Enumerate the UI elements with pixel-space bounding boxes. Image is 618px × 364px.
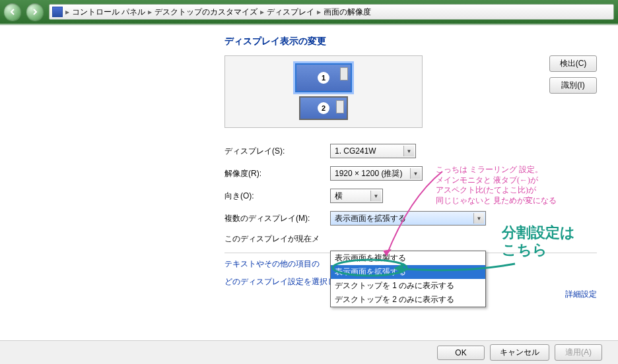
chevron-down-icon: ▼ xyxy=(403,146,414,156)
breadcrumb-sep-icon: ▸ xyxy=(65,7,69,16)
chevron-down-icon: ▼ xyxy=(473,213,484,224)
nav-back-button[interactable] xyxy=(4,3,21,20)
breadcrumb-sep-icon: ▸ xyxy=(317,7,321,16)
display-row: ディスプレイ(S): 1. CG241W ▼ xyxy=(224,144,597,158)
multi-display-row: 複数のディスプレイ(M): 表示画面を拡張する ▼ xyxy=(224,211,597,226)
preview-row: 1 2 検出(C) 識別(I) xyxy=(224,55,597,128)
resolution-row: 解像度(R): 1920 × 1200 (推奨) ▼ xyxy=(224,166,597,181)
resolution-select[interactable]: 1920 × 1200 (推奨) ▼ xyxy=(330,166,423,181)
monitor-2[interactable]: 2 xyxy=(299,96,348,120)
content-area: ディスプレイ表示の変更 1 2 検出(C) 識別(I) ディスプレイ(S): 1… xyxy=(0,25,618,340)
display-value: 1. CG241W xyxy=(335,146,376,156)
cancel-button[interactable]: キャンセル xyxy=(490,344,549,361)
current-display-row: このディスプレイが現在メ xyxy=(224,233,597,245)
multi-display-value: 表示画面を拡張する xyxy=(335,213,406,224)
ok-button[interactable]: OK xyxy=(437,346,485,360)
monitor-number: 2 xyxy=(318,102,329,114)
current-display-text: このディスプレイが現在メ xyxy=(224,233,320,245)
breadcrumb-item[interactable]: デスクトップのカスタマイズ xyxy=(154,7,258,18)
chevron-down-icon: ▼ xyxy=(410,168,421,179)
bottom-bar: OK キャンセル 適用(A) xyxy=(0,340,618,364)
orientation-row: 向き(O): 横 ▼ xyxy=(224,189,597,203)
apply-button[interactable]: 適用(A) xyxy=(555,344,602,361)
control-panel-icon xyxy=(52,7,63,17)
advanced-settings-link[interactable]: 詳細設定 xyxy=(565,289,597,300)
display-select[interactable]: 1. CG241W ▼ xyxy=(330,144,416,158)
page-title: ディスプレイ表示の変更 xyxy=(224,36,597,47)
dropdown-option-only1[interactable]: デスクトップを 1 のみに表示する xyxy=(331,279,485,293)
nav-forward-button[interactable] xyxy=(26,3,44,20)
orientation-label: 向き(O): xyxy=(224,191,330,202)
breadcrumb-item[interactable]: ディスプレイ xyxy=(267,7,314,18)
chevron-down-icon: ▼ xyxy=(370,191,381,201)
monitor-panel-icon xyxy=(340,67,348,80)
display-label: ディスプレイ(S): xyxy=(224,146,330,157)
monitor-panel-icon xyxy=(336,100,344,113)
side-buttons: 検出(C) 識別(I) xyxy=(549,55,597,128)
breadcrumb-item[interactable]: コントロール パネル xyxy=(72,7,145,18)
breadcrumb-sep-icon: ▸ xyxy=(148,7,152,16)
dropdown-option-only2[interactable]: デスクトップを 2 のみに表示する xyxy=(331,293,485,307)
multi-display-select[interactable]: 表示画面を拡張する ▼ xyxy=(330,211,486,226)
resolution-label: 解像度(R): xyxy=(224,168,330,179)
multi-display-dropdown[interactable]: 表示画面を複製する 表示画面を拡張する デスクトップを 1 のみに表示する デス… xyxy=(330,251,486,307)
breadcrumb-sep-icon: ▸ xyxy=(260,7,264,16)
orientation-value: 横 xyxy=(335,191,343,202)
multi-display-label: 複数のディスプレイ(M): xyxy=(224,213,330,224)
resolution-value: 1920 × 1200 (推奨) xyxy=(335,168,402,179)
dropdown-option-duplicate[interactable]: 表示画面を複製する xyxy=(331,251,485,265)
monitor-number: 1 xyxy=(318,72,329,84)
navbar: ▸ コントロール パネル ▸ デスクトップのカスタマイズ ▸ ディスプレイ ▸ … xyxy=(0,0,618,24)
detect-button[interactable]: 検出(C) xyxy=(549,55,597,72)
breadcrumb-item[interactable]: 画面の解像度 xyxy=(324,7,371,18)
monitor-1[interactable]: 1 xyxy=(295,63,352,92)
dropdown-option-extend[interactable]: 表示画面を拡張する xyxy=(331,265,485,279)
breadcrumb[interactable]: ▸ コントロール パネル ▸ デスクトップのカスタマイズ ▸ ディスプレイ ▸ … xyxy=(49,4,614,20)
identify-button[interactable]: 識別(I) xyxy=(549,77,597,94)
orientation-select[interactable]: 横 ▼ xyxy=(330,189,383,203)
monitor-preview[interactable]: 1 2 xyxy=(224,55,423,128)
